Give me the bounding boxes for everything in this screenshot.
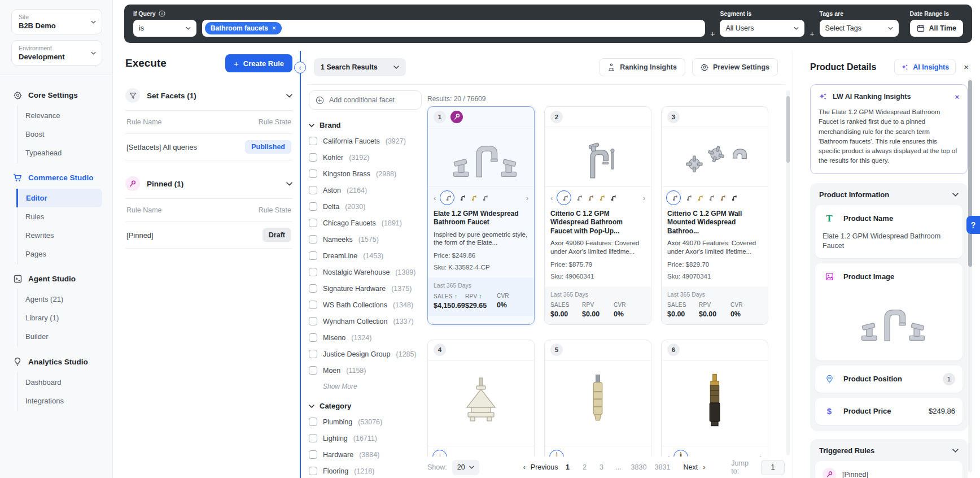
sidebar-item-dashboard[interactable]: Dashboard (18, 373, 112, 392)
next-page-button[interactable]: Next › (683, 463, 705, 471)
site-selector[interactable]: Site B2B Demo (11, 9, 102, 34)
segment-select[interactable]: All Users (720, 20, 804, 37)
page-number-3[interactable]: 3 (594, 461, 609, 473)
variant-swatch[interactable] (574, 195, 583, 201)
page-number-3830[interactable]: 3830 (628, 461, 649, 473)
variant-swatch[interactable] (684, 195, 692, 201)
sidebar-item-rules[interactable]: Rules (18, 207, 112, 226)
tag-remove-icon[interactable]: × (272, 24, 276, 32)
variant-swatch[interactable] (457, 195, 466, 201)
selected-variant-swatch[interactable] (557, 190, 571, 205)
rule-row[interactable]: [Pinned] Draft (125, 222, 292, 249)
date-range-button[interactable]: All Time (910, 20, 963, 37)
sidebar-item-integrations[interactable]: Integrations (18, 392, 112, 410)
selected-variant-swatch[interactable] (440, 190, 454, 205)
add-conditional-facet[interactable]: Add conditional facet (309, 90, 422, 110)
close-icon[interactable]: × (964, 62, 969, 72)
close-icon[interactable]: × (955, 93, 959, 101)
facet-option[interactable]: Flooring (1218) (309, 463, 422, 478)
page-number-1[interactable]: 1 (560, 461, 575, 473)
query-tag[interactable]: Bathroom faucets × (205, 22, 282, 34)
section-commerce-studio[interactable]: Commerce Studio (0, 169, 112, 186)
swatch-next-icon[interactable]: › (642, 194, 646, 202)
swatch-next-icon[interactable]: › (525, 194, 530, 202)
rule-group-header[interactable]: Set Facets (1) (125, 88, 292, 111)
checkbox[interactable] (309, 251, 317, 260)
sidebar-item-boost[interactable]: Boost (18, 125, 112, 144)
product-card-1[interactable]: 1 ‹ › Elate 1.2 GPM Widespread Bathroom … (427, 106, 535, 325)
sidebar-item-relevance[interactable]: Relevance (18, 106, 112, 125)
ai-insights-button[interactable]: AI Insights (894, 59, 956, 75)
facet-option[interactable]: Plumbing (53076) (309, 414, 422, 430)
checkbox[interactable] (309, 170, 317, 178)
checkbox[interactable] (309, 434, 317, 442)
product-card-4[interactable]: 4 2-5/16" Plastic Faucet Valve Jones Ste… (427, 340, 535, 458)
product-card-5[interactable]: 5 4-1/4" Brass Faucet Valve Jones Stephe… (544, 340, 651, 458)
facet-option[interactable]: Nostalgic Warehouse (1389) (309, 264, 422, 280)
checkbox[interactable] (309, 301, 317, 309)
checkbox[interactable] (309, 284, 317, 293)
sidebar-item-builder[interactable]: Builder (18, 327, 112, 346)
selected-variant-swatch[interactable] (666, 190, 681, 205)
facet-option[interactable]: Signature Hardware (1375) (309, 280, 422, 297)
variant-swatch[interactable] (706, 195, 715, 201)
checkbox[interactable] (309, 317, 317, 325)
section-agent-studio[interactable]: Agent Studio (0, 270, 112, 288)
previous-page-button[interactable]: ‹ Previous (523, 463, 558, 471)
variant-swatch[interactable] (695, 195, 703, 201)
rule-group-header[interactable]: Pinned (1) (125, 176, 292, 199)
details-scrollbar-thumb[interactable] (968, 80, 972, 267)
rule-row[interactable]: [Setfacets] All queries Published (125, 134, 292, 160)
page-number-2[interactable]: 2 (577, 461, 592, 473)
facet-option[interactable]: WS Bath Collections (1348) (309, 297, 422, 313)
variant-swatch[interactable] (718, 195, 726, 201)
checkbox[interactable] (309, 418, 317, 426)
sidebar-item-rewrites[interactable]: Rewrites (18, 226, 112, 245)
query-input[interactable]: Bathroom faucets × (202, 20, 705, 37)
help-button[interactable]: ? (966, 216, 980, 234)
facet-option[interactable]: Chicago Faucets (1891) (309, 215, 422, 231)
facet-option[interactable]: Miseno (1324) (309, 329, 422, 346)
facet-group-brand[interactable]: Brand (309, 121, 422, 129)
facet-option[interactable]: DreamLine (1453) (309, 247, 422, 264)
section-header[interactable]: Product Information (815, 188, 963, 205)
facet-group-category[interactable]: Category (309, 402, 422, 410)
variant-swatch[interactable] (597, 195, 605, 201)
collapse-panel-button[interactable]: ‹ (294, 62, 306, 73)
jump-to-input[interactable] (761, 460, 785, 475)
facet-option[interactable]: California Faucets (3927) (309, 133, 422, 149)
preview-settings-button[interactable]: Preview Settings (692, 58, 778, 76)
checkbox[interactable] (309, 219, 317, 227)
facet-option[interactable]: Justice Design Group (1285) (309, 346, 422, 362)
variant-swatch[interactable] (469, 195, 477, 201)
facet-option[interactable]: Delta (2030) (309, 198, 422, 215)
query-operator-select[interactable]: is (133, 20, 196, 37)
show-more-link[interactable]: Show More (323, 383, 422, 390)
search-results-selector[interactable]: 1 Search Results (314, 58, 406, 76)
triggered-rule-card[interactable]: [Pinned] (815, 461, 963, 478)
ranking-insights-button[interactable]: Ranking Insights (599, 58, 685, 76)
tags-select[interactable]: Select Tags (820, 20, 899, 37)
checkbox[interactable] (309, 350, 317, 358)
sidebar-item-library[interactable]: Library (1) (18, 308, 112, 327)
checkbox[interactable] (309, 268, 317, 276)
checkbox[interactable] (309, 467, 317, 475)
facet-option[interactable]: Kohler (3192) (309, 149, 422, 166)
checkbox[interactable] (309, 235, 317, 244)
checkbox[interactable] (309, 186, 317, 194)
swatch-prev-icon[interactable]: ‹ (432, 194, 437, 202)
results-scrollbar-thumb[interactable] (786, 96, 790, 163)
checkbox[interactable] (309, 450, 317, 459)
sidebar-item-pages[interactable]: Pages (18, 245, 112, 263)
checkbox[interactable] (309, 333, 317, 342)
facet-option[interactable]: Hardware (3884) (309, 446, 422, 463)
page-size-select[interactable]: 20 (452, 460, 479, 475)
variant-swatch[interactable] (729, 195, 737, 201)
page-number-3831[interactable]: 3831 (651, 461, 673, 473)
facet-option[interactable]: Lighting (16711) (309, 430, 422, 446)
product-card-3[interactable]: 3 Citterio C 1.2 GPM Wall Mounted Widesp… (661, 106, 768, 325)
section-analytics-studio[interactable]: Analytics Studio (0, 353, 112, 371)
variant-swatch[interactable] (480, 195, 488, 201)
checkbox[interactable] (309, 202, 317, 211)
product-card-6[interactable]: 6 ‹ › 4-3/16" Plastic Faucet Valve with … (661, 340, 768, 458)
